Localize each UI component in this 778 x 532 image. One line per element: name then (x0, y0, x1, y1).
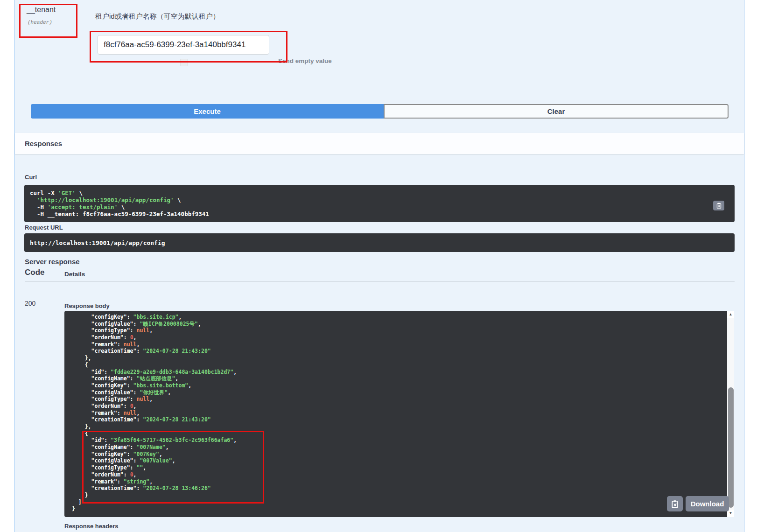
curl-label: Curl (25, 174, 37, 181)
send-empty-checkbox[interactable] (180, 59, 188, 66)
code-column-header: Code (25, 268, 45, 277)
scrollbar-up-arrow-icon[interactable]: ▲ (727, 311, 734, 318)
tenant-value-input[interactable] (98, 35, 269, 55)
param-description: 租户id或者租户名称（可空为默认租户） (95, 12, 220, 21)
responses-title: Responses (25, 140, 62, 147)
details-column-header: Details (64, 271, 85, 278)
response-body-block: "configKey": "bbs.site.icp", "configValu… (64, 311, 734, 517)
param-name: __tenant (27, 6, 56, 14)
download-button[interactable]: Download (686, 496, 729, 511)
operation-block: __tenant (header) 租户id或者租户名称（可空为默认租户） Se… (14, 0, 744, 532)
copy-response-button[interactable] (667, 496, 683, 511)
param-location: (header) (28, 20, 52, 25)
request-url-label: Request URL (25, 224, 63, 231)
scrollbar-thumb[interactable] (728, 387, 734, 508)
clear-button[interactable]: Clear (384, 104, 729, 119)
request-url-value[interactable]: http://localhost:19001/api/app/config (30, 239, 165, 246)
table-header-divider (25, 281, 735, 281)
copy-curl-button[interactable] (713, 201, 724, 210)
responses-section-header: Responses (15, 133, 744, 154)
server-response-label: Server response (25, 258, 80, 266)
clipboard-copy-icon (716, 203, 722, 209)
response-body-scrollbar[interactable]: ▲ ▼ (727, 311, 734, 517)
curl-command-text[interactable]: curl -X 'GET' \ 'http://localhost:19001/… (30, 189, 729, 217)
response-body-json[interactable]: "configKey": "bbs.site.icp", "configValu… (64, 311, 727, 517)
response-body-json-text: "configKey": "bbs.site.icp", "configValu… (72, 314, 727, 512)
execute-button[interactable]: Execute (31, 104, 384, 119)
request-url-block: http://localhost:19001/api/app/config (24, 233, 735, 252)
response-headers-label: Response headers (64, 523, 119, 530)
response-body-label: Response body (64, 302, 110, 309)
status-code: 200 (25, 300, 35, 307)
send-empty-label: Send empty value (278, 57, 332, 64)
swagger-ui-page: __tenant (header) 租户id或者租户名称（可空为默认租户） Se… (0, 0, 778, 532)
curl-command-block: curl -X 'GET' \ 'http://localhost:19001/… (24, 185, 735, 222)
clipboard-copy-icon (671, 500, 679, 508)
